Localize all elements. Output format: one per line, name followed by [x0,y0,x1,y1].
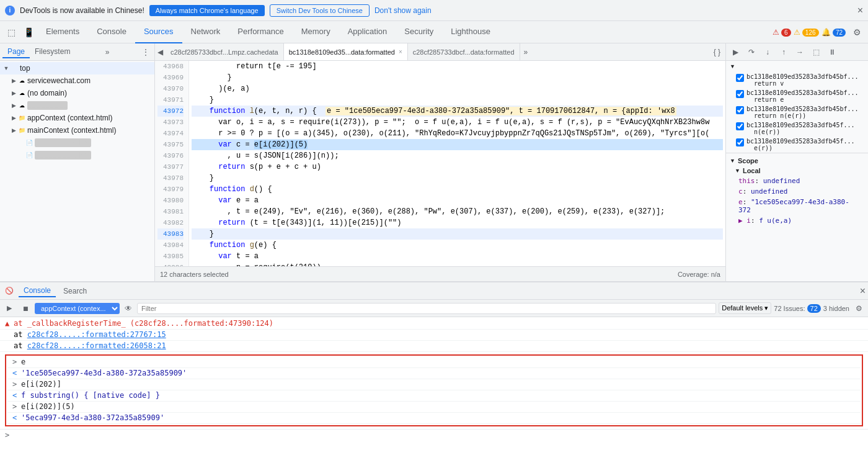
code-line: return t[e -= 195] [192,61,723,72]
right-panel: ▶ ↷ ↓ ↑ → ⬚ ⏸ ▼ bc1318e8109ed35283a3dfb4… [725,43,868,281]
breakpoint-item[interactable]: bc1318e8109ed35283a3dfb45f... e(r)) [726,137,868,153]
scope-item-e: e: "1ce505eca997-4e3d-a380-372 [726,197,868,215]
console-toolbar: 🚫 Console Search × [0,282,868,300]
issue-badge: 🔔 72 [822,28,846,37]
code-tab-0[interactable]: c28cf285733dbcf...Lmpz.cachedata [166,43,284,61]
source-link[interactable]: c28cf28.....:formatted:27767:15 [27,330,166,339]
code-line: return s(p + e + c + u) [192,161,723,173]
scope-item-i[interactable]: ▶ i: f u(e,a) [726,215,868,226]
step-over-button[interactable]: ↷ [745,45,758,59]
level-selector[interactable]: Default levels ▾ [719,302,771,314]
cloud-icon: ☁ [17,89,26,97]
console-settings-button[interactable]: ⚙ [852,302,866,315]
notification-close-icon[interactable]: × [857,5,863,16]
pause-exceptions-button[interactable]: ⏸ [825,45,839,59]
step-out-button[interactable]: ↑ [777,45,790,59]
tab-network[interactable]: Network [182,21,229,43]
source-link[interactable]: c28cf28.....:formatted:26058:21 [27,341,166,350]
tree-item-nodomain[interactable]: ▶ ☁ (no domain) [0,87,154,99]
tab-performance[interactable]: Performance [229,21,292,43]
console-tab[interactable]: Console [19,285,56,297]
prev-tab-button[interactable]: ◀ [155,48,166,56]
breakpoint-checkbox[interactable] [736,106,744,114]
dont-show-link[interactable]: Don't show again [374,6,432,15]
sidebar-add-icon[interactable]: ⋮ [140,47,152,58]
tree-item-maincontext[interactable]: ▶ 📁 mainContext (context.html) [0,124,154,137]
scope-local-header[interactable]: ▼ Local [726,166,868,176]
console-error-line: ▲ at _callbackRegisterTime_ (c28cf28....… [0,318,868,330]
code-editor[interactable]: 43968 43969 43970 43971 43972 43973 4397… [155,61,725,266]
tree-item-top[interactable]: ▼ top [0,62,154,74]
clear-console-button[interactable]: 🚫 [2,284,16,298]
match-language-button[interactable]: Always match Chrome's language [149,5,265,16]
tab-console[interactable]: Console [88,21,135,43]
tree-item-file2[interactable]: 📄 ■■■■■■■■.e.htm [0,149,154,161]
selection-status: 12 characters selected [160,271,229,278]
code-line: function l(e, t, n, r) { e = "1ce505eca9… [192,106,723,117]
more-tabs-icon[interactable]: » [520,48,532,56]
console-output[interactable]: ▲ at _callbackRegisterTime_ (c28cf28....… [0,317,868,450]
eye-icon[interactable]: 👁 [122,303,135,314]
resume-button[interactable]: ▶ [728,45,742,59]
eval-input-line: > e[i(202)](5) [7,402,861,413]
tab-elements[interactable]: Elements [37,21,88,43]
deactivate-breakpoints-button[interactable]: ⬚ [809,45,823,59]
tab-sources[interactable]: Sources [135,21,182,43]
scope-section: ▼ Scope ▼ Local this: undefined c: undef… [726,153,868,228]
breakpoint-item[interactable]: bc1318e8109ed35283a3dfb45bf... return e [726,88,868,104]
tab-lighthouse[interactable]: Lighthouse [442,21,499,43]
code-content[interactable]: return t[e -= 195] } )(e, a) } function … [189,61,725,266]
file-tree: ▼ top ▶ ☁ servicewechat.com ▶ ☁ (no doma… [0,61,154,281]
close-tab-icon[interactable]: × [397,48,404,56]
tab-security[interactable]: Security [396,21,442,43]
breakpoint-item[interactable]: bc1318e8109ed35283a3dfb45bf... return v [726,72,868,88]
tree-item-appcontext[interactable]: ▶ 📁 appContext (context.html) [0,112,154,124]
breakpoint-checkbox[interactable] [736,122,744,130]
breakpoint-checkbox[interactable] [736,138,744,146]
settings-button[interactable]: ⚙ [848,24,866,41]
close-console-button[interactable]: × [860,286,866,297]
format-button[interactable]: { } [711,48,723,56]
console-input-line[interactable]: > [0,429,868,441]
code-line: } [192,72,723,83]
tree-item-servicewechat[interactable]: ▶ ☁ servicewechat.com [0,74,154,87]
arrow-icon: ▼ [2,65,10,72]
breakpoint-checkbox[interactable] [736,90,744,98]
sidebar-more-icon[interactable]: » [103,47,112,58]
code-line: return (t = t[e(343)](1, 11))[e(215)](""… [192,217,723,228]
scope-header[interactable]: ▼ Scope [726,156,868,166]
device-toolbar-button[interactable]: 📱 [20,24,37,41]
breakpoint-checkbox[interactable] [736,74,744,82]
switch-chinese-button[interactable]: Switch Dev Tools to Chinese [270,4,370,17]
breakpoint-item[interactable]: bc1318e8109ed35283a3dfb45f... n(e(r)) [726,120,868,137]
stop-icon[interactable]: ⏹ [19,302,32,315]
breakpoint-item[interactable]: bc1318e8109ed35283a3dfb45bf... return n(… [726,104,868,120]
step-button[interactable]: → [793,45,807,59]
inspect-element-button[interactable]: ⬚ [2,24,20,41]
eval-input-line: > e [7,357,861,368]
code-tab-1[interactable]: bc1318e8109ed35...data:formatted × [284,43,408,61]
console-input[interactable] [12,431,863,439]
file-icon: 📄 [25,151,33,160]
sidebar-tab-filesystem[interactable]: Filesystem [30,46,75,58]
code-tab-2[interactable]: c28cf285733dbcf...data:formatted [408,43,520,61]
arrow-icon [17,139,25,146]
sidebar-tab-page[interactable]: Page [2,46,30,58]
code-line: var t = a [192,251,723,262]
step-into-button[interactable]: ↓ [761,45,774,59]
play-icon[interactable]: ▶ [2,302,16,315]
context-selector[interactable]: appContext (contex... [35,303,120,314]
tab-application[interactable]: Application [339,21,396,43]
tree-item-file1[interactable]: 📄 ■■■■■■■■.e.htm [0,137,154,149]
cloud-icon: ☁ [17,101,26,110]
line-numbers: 43968 43969 43970 43971 43972 43973 4397… [155,61,189,266]
code-line: function d() { [192,184,723,195]
eval-result-line: < '5eca997-4e3d-a380-372a35a85909' [7,413,861,424]
arrow-icon: ▶ [10,102,17,109]
search-tab[interactable]: Search [58,286,92,297]
breakpoints-header[interactable]: ▼ [726,61,868,72]
console-filter-input[interactable] [137,303,716,314]
tab-memory[interactable]: Memory [293,21,339,43]
tree-item-blurred1[interactable]: ▶ ☁ ■■■■■■■■■ [0,99,154,112]
hidden-count: 3 hidden [823,305,849,312]
